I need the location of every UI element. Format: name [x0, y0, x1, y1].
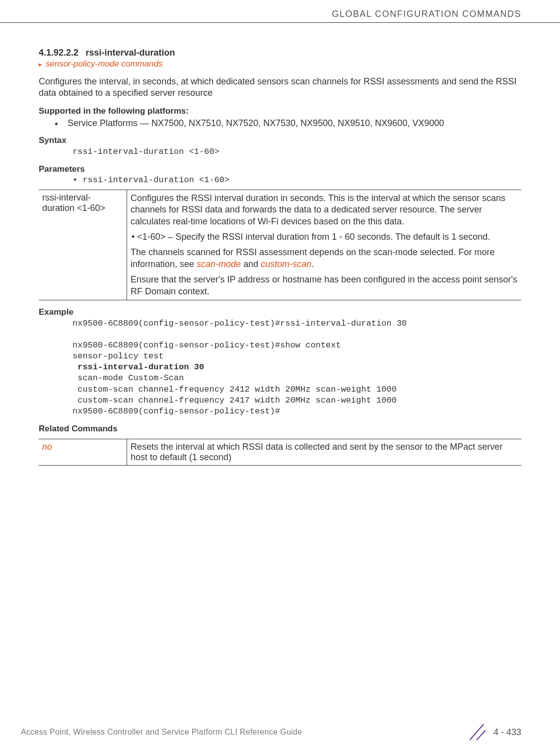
footer-right: 4 - 433 — [467, 722, 521, 742]
parameters-heading: Parameters — [39, 164, 521, 174]
param-desc-p4: Ensure that the server's IP address or h… — [131, 274, 518, 297]
supported-item: Service Platforms — NX7500, NX7510, NX75… — [64, 118, 521, 129]
footer-title: Access Point, Wireless Controller and Se… — [21, 728, 302, 737]
section-number: 4.1.92.2.2 — [39, 48, 78, 58]
parameters-table: rssi-interval-duration <1-60> Configures… — [39, 190, 521, 300]
no-command-link[interactable]: no — [39, 440, 126, 454]
related-commands-table: no Resets the interval at which RSSI dat… — [39, 439, 521, 466]
param-desc-p3: The channels scanned for RSSI assessment… — [131, 247, 518, 270]
scan-mode-link[interactable]: scan-mode — [197, 259, 241, 269]
param-desc-cell: Configures the RSSI interval duration in… — [127, 190, 522, 300]
content-area: 4.1.92.2.2 rssi-interval-duration sensor… — [0, 48, 560, 466]
section-title: rssi-interval-duration — [81, 48, 175, 58]
related-desc: Resets the interval at which RSSI data i… — [128, 440, 521, 465]
section-title-text: rssi-interval-duration — [86, 48, 175, 58]
page-number: 4 - 433 — [493, 727, 521, 738]
example-line: nx9500-6C8809(config-sensor-policy-test)… — [72, 319, 407, 328]
intro-text: Configures the interval, in seconds, at … — [39, 76, 521, 99]
example-line: custom-scan channel-frequency 2417 width… — [72, 396, 397, 405]
param-desc-p2: <1-60> – Specify the RSSI interval durat… — [131, 231, 518, 243]
table-row: rssi-interval-duration <1-60> Configures… — [39, 190, 521, 300]
related-heading: Related Commands — [39, 424, 521, 434]
param-desc-p1: Configures the RSSI interval duration in… — [131, 193, 518, 227]
section-heading: 4.1.92.2.2 rssi-interval-duration — [39, 48, 521, 58]
header-title: GLOBAL CONFIGURATION COMMANDS — [0, 9, 560, 22]
example-line: scan-mode Custom-Scan — [72, 373, 184, 383]
p3-text-b: and — [241, 259, 261, 269]
syntax-heading: Syntax — [39, 136, 521, 145]
param-name: rssi-interval-duration <1-60> — [39, 191, 126, 215]
svg-line-1 — [477, 730, 486, 740]
related-name-cell: no — [39, 439, 127, 465]
related-desc-cell: Resets the interval at which RSSI data i… — [127, 439, 522, 465]
supported-heading: Supported in the following platforms: — [39, 106, 521, 116]
table-row: no Resets the interval at which RSSI dat… — [39, 439, 521, 465]
breadcrumb-text: sensor-policy-mode commands — [46, 59, 163, 68]
example-line: custom-scan channel-frequency 2412 width… — [72, 385, 397, 394]
parameters-bullet: rssi-interval-duration <1-60> — [39, 175, 521, 185]
page: GLOBAL CONFIGURATION COMMANDS 4.1.92.2.2… — [0, 0, 560, 752]
syntax-code: rssi-interval-duration <1-60> — [39, 146, 521, 157]
custom-scan-link[interactable]: custom-scan — [261, 259, 311, 269]
example-line: sensor-policy test — [72, 351, 164, 361]
example-line-bold: rssi-interval-duration 30 — [72, 362, 204, 372]
supported-list: Service Platforms — NX7500, NX7510, NX75… — [39, 118, 521, 129]
example-code: nx9500-6C8809(config-sensor-policy-test)… — [39, 318, 521, 417]
page-footer: Access Point, Wireless Controller and Se… — [0, 722, 560, 742]
p3-text-c: . — [311, 259, 314, 269]
svg-line-0 — [470, 724, 484, 740]
breadcrumb-link[interactable]: sensor-policy-mode commands — [39, 59, 521, 69]
example-heading: Example — [39, 307, 521, 317]
example-line: nx9500-6C8809(config-sensor-policy-test)… — [72, 407, 280, 416]
example-line: nx9500-6C8809(config-sensor-policy-test)… — [72, 341, 341, 350]
param-name-cell: rssi-interval-duration <1-60> — [39, 190, 127, 300]
page-header: GLOBAL CONFIGURATION COMMANDS — [0, 0, 560, 23]
slash-icon — [467, 722, 487, 742]
